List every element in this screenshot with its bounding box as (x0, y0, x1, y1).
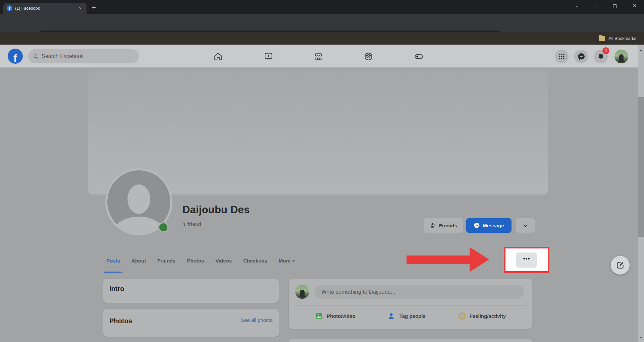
nav-home-icon[interactable] (206, 50, 230, 62)
messenger-glyph-icon (474, 222, 480, 229)
annotation-highlight-box: ••• (504, 247, 549, 273)
minimize-button[interactable]: — (587, 0, 603, 12)
messenger-icon[interactable] (574, 50, 588, 63)
composer-actions-row: Photo/video Tag people Feeling/activity (289, 305, 532, 326)
composer-avatar[interactable] (295, 285, 309, 299)
photo-video-button[interactable]: Photo/video (312, 309, 359, 323)
tab-about[interactable]: About (126, 248, 152, 273)
page-scrollbar: ▲ ▼ (638, 45, 644, 342)
avatar-silhouette-head (127, 184, 150, 214)
tag-people-button[interactable]: Tag people (384, 309, 429, 323)
profile-tab-bar: Posts About Friends Photos Videos Check-… (101, 248, 300, 273)
caret-down-icon: ▾ (293, 259, 295, 263)
tag-people-label: Tag people (399, 313, 426, 319)
nav-marketplace-icon[interactable] (307, 50, 330, 62)
maximize-button[interactable]: ▢ (607, 0, 623, 12)
photo-video-icon (315, 312, 323, 320)
feeling-activity-icon (458, 312, 466, 320)
bookmarks-bar (0, 32, 644, 45)
message-button[interactable]: Message (466, 218, 512, 233)
scrollbar-thumb[interactable] (638, 97, 644, 237)
notification-badge: 1 (602, 47, 609, 54)
scroll-down-arrow[interactable]: ▼ (638, 335, 644, 340)
annotation-arrow (407, 255, 470, 264)
see-all-photos-link[interactable]: See all photos (241, 317, 273, 323)
account-avatar[interactable] (614, 50, 628, 63)
person-check-icon (430, 222, 436, 229)
feeling-activity-label: Feeling/activity (470, 313, 506, 319)
composer-placeholder: Write something to Daijoubu... (321, 289, 395, 295)
friends-button-label: Friends (439, 223, 457, 228)
bookmarks-folder-icon (599, 36, 605, 41)
tab-videos[interactable]: Videos (210, 248, 237, 273)
tag-people-icon (388, 312, 396, 320)
tab-search-icon[interactable]: ⌄ (570, 0, 585, 12)
search-input[interactable]: Search Facebook (28, 49, 139, 63)
apps-grid-icon[interactable] (555, 50, 569, 63)
browser-tab-strip: f (1) Facebook × + ⌄ — ▢ ✕ (0, 0, 644, 14)
tab-close-icon[interactable]: × (77, 5, 83, 11)
nav-watch-icon[interactable] (257, 50, 280, 62)
profile-overflow-button[interactable]: ••• (516, 252, 537, 268)
all-bookmarks-label: All Bookmarks (608, 36, 636, 41)
intro-title: Intro (109, 285, 273, 293)
scroll-up-arrow[interactable]: ▲ (638, 47, 644, 53)
new-tab-button[interactable]: + (89, 3, 99, 13)
close-window-button[interactable]: ✕ (627, 0, 642, 12)
next-card-peek (289, 339, 532, 342)
tab-more[interactable]: More▾ (273, 248, 300, 273)
message-button-label: Message (483, 223, 504, 228)
feeling-activity-button[interactable]: Feeling/activity (454, 309, 509, 323)
photos-title: Photos (109, 317, 132, 325)
facebook-page: f Search Facebook 1 (0, 45, 644, 342)
profile-more-dropdown-button[interactable] (516, 218, 535, 233)
nav-gaming-icon[interactable] (407, 50, 430, 62)
browser-toolbar: facebook.com/profile.php?id=100080719236… (0, 14, 644, 32)
chevron-down-icon (523, 223, 528, 228)
all-bookmarks-button[interactable]: All Bookmarks (597, 34, 638, 43)
facebook-logo[interactable]: f (8, 49, 23, 64)
friend-count-link[interactable]: 1 friend (183, 221, 201, 227)
search-placeholder: Search Facebook (42, 53, 84, 59)
post-composer-card: Write something to Daijoubu... Photo/vid… (289, 279, 532, 329)
tab-checkins[interactable]: Check-ins (237, 248, 273, 273)
annotation-arrow-head (470, 247, 489, 272)
search-icon (33, 54, 39, 59)
friends-button[interactable]: Friends (424, 218, 463, 233)
composer-input[interactable]: Write something to Daijoubu... (315, 285, 524, 299)
tab-photos[interactable]: Photos (181, 248, 210, 273)
browser-tab[interactable]: f (1) Facebook × (3, 3, 87, 14)
tab-title: (1) Facebook (15, 6, 74, 11)
intro-card: Intro (103, 279, 279, 303)
photos-card: Photos See all photos (103, 309, 279, 337)
compose-icon (616, 261, 625, 270)
tab-posts[interactable]: Posts (101, 248, 126, 273)
facebook-favicon: f (7, 5, 12, 11)
tab-friends[interactable]: Friends (152, 248, 181, 273)
avatar-silhouette-body (112, 217, 166, 235)
nav-groups-icon[interactable] (357, 50, 380, 62)
compose-fab-button[interactable] (611, 256, 630, 275)
photo-video-label: Photo/video (327, 313, 356, 319)
online-status-dot (158, 222, 169, 233)
page-title: Daijoubu Des (182, 204, 250, 216)
bookmarks-divider (592, 35, 592, 42)
